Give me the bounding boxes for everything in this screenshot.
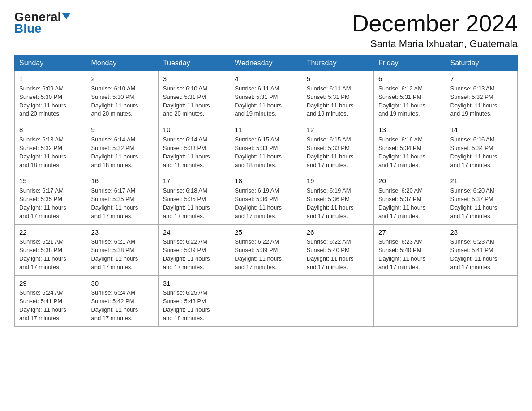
day-number: 12 xyxy=(307,125,369,135)
day-number: 14 xyxy=(450,125,513,135)
calendar-cell: 18Sunrise: 6:19 AMSunset: 5:36 PMDayligh… xyxy=(230,173,302,224)
page-header: General Blue December 2024 Santa Maria I… xyxy=(14,11,518,50)
weekday-header-thursday: Thursday xyxy=(302,56,373,71)
calendar-cell: 11Sunrise: 6:15 AMSunset: 5:33 PMDayligh… xyxy=(230,122,302,173)
calendar-cell: 20Sunrise: 6:20 AMSunset: 5:37 PMDayligh… xyxy=(374,173,446,224)
day-info: Sunrise: 6:17 AMSunset: 5:35 PMDaylight:… xyxy=(19,187,66,219)
logo: General Blue xyxy=(14,11,70,36)
calendar-cell: 23Sunrise: 6:21 AMSunset: 5:38 PMDayligh… xyxy=(86,224,158,275)
day-info: Sunrise: 6:20 AMSunset: 5:37 PMDaylight:… xyxy=(378,187,425,219)
weekday-header-monday: Monday xyxy=(86,56,158,71)
weekday-header-friday: Friday xyxy=(374,56,446,71)
day-number: 18 xyxy=(235,176,297,186)
day-info: Sunrise: 6:13 AMSunset: 5:32 PMDaylight:… xyxy=(19,136,66,168)
day-number: 26 xyxy=(307,227,369,237)
day-info: Sunrise: 6:13 AMSunset: 5:32 PMDaylight:… xyxy=(450,85,498,117)
day-info: Sunrise: 6:21 AMSunset: 5:38 PMDaylight:… xyxy=(19,238,66,270)
calendar-cell xyxy=(374,275,446,326)
calendar-week-row: 8Sunrise: 6:13 AMSunset: 5:32 PMDaylight… xyxy=(15,122,518,173)
day-number: 4 xyxy=(235,74,297,84)
calendar-cell: 19Sunrise: 6:19 AMSunset: 5:36 PMDayligh… xyxy=(302,173,373,224)
day-info: Sunrise: 6:12 AMSunset: 5:31 PMDaylight:… xyxy=(378,85,425,117)
day-info: Sunrise: 6:10 AMSunset: 5:30 PMDaylight:… xyxy=(91,85,138,117)
calendar-cell: 7Sunrise: 6:13 AMSunset: 5:32 PMDaylight… xyxy=(446,71,517,122)
calendar-week-row: 1Sunrise: 6:09 AMSunset: 5:30 PMDaylight… xyxy=(15,71,518,122)
day-number: 23 xyxy=(91,227,153,237)
calendar-cell: 17Sunrise: 6:18 AMSunset: 5:35 PMDayligh… xyxy=(158,173,230,224)
day-number: 19 xyxy=(307,176,369,186)
calendar-cell: 26Sunrise: 6:22 AMSunset: 5:40 PMDayligh… xyxy=(302,224,373,275)
day-info: Sunrise: 6:14 AMSunset: 5:32 PMDaylight:… xyxy=(91,136,138,168)
day-info: Sunrise: 6:15 AMSunset: 5:33 PMDaylight:… xyxy=(307,136,354,168)
day-info: Sunrise: 6:24 AMSunset: 5:42 PMDaylight:… xyxy=(91,289,138,321)
day-info: Sunrise: 6:11 AMSunset: 5:31 PMDaylight:… xyxy=(307,85,354,117)
calendar-cell: 25Sunrise: 6:22 AMSunset: 5:39 PMDayligh… xyxy=(230,224,302,275)
month-title: December 2024 xyxy=(352,11,518,36)
calendar-cell: 21Sunrise: 6:20 AMSunset: 5:37 PMDayligh… xyxy=(446,173,517,224)
calendar-cell: 14Sunrise: 6:16 AMSunset: 5:34 PMDayligh… xyxy=(446,122,517,173)
calendar-cell: 13Sunrise: 6:16 AMSunset: 5:34 PMDayligh… xyxy=(374,122,446,173)
day-info: Sunrise: 6:18 AMSunset: 5:35 PMDaylight:… xyxy=(163,187,210,219)
calendar-cell: 5Sunrise: 6:11 AMSunset: 5:31 PMDaylight… xyxy=(302,71,373,122)
calendar-cell: 12Sunrise: 6:15 AMSunset: 5:33 PMDayligh… xyxy=(302,122,373,173)
day-info: Sunrise: 6:17 AMSunset: 5:35 PMDaylight:… xyxy=(91,187,138,219)
day-info: Sunrise: 6:24 AMSunset: 5:41 PMDaylight:… xyxy=(19,289,66,321)
day-number: 8 xyxy=(19,125,82,135)
day-info: Sunrise: 6:21 AMSunset: 5:38 PMDaylight:… xyxy=(91,238,138,270)
calendar-week-row: 29Sunrise: 6:24 AMSunset: 5:41 PMDayligh… xyxy=(15,275,518,326)
calendar-week-row: 15Sunrise: 6:17 AMSunset: 5:35 PMDayligh… xyxy=(15,173,518,224)
day-info: Sunrise: 6:20 AMSunset: 5:37 PMDaylight:… xyxy=(450,187,498,219)
day-number: 11 xyxy=(235,125,297,135)
day-info: Sunrise: 6:22 AMSunset: 5:39 PMDaylight:… xyxy=(235,238,282,270)
calendar-cell: 3Sunrise: 6:10 AMSunset: 5:31 PMDaylight… xyxy=(158,71,230,122)
day-info: Sunrise: 6:15 AMSunset: 5:33 PMDaylight:… xyxy=(235,136,282,168)
calendar-cell: 1Sunrise: 6:09 AMSunset: 5:30 PMDaylight… xyxy=(15,71,86,122)
day-info: Sunrise: 6:25 AMSunset: 5:43 PMDaylight:… xyxy=(163,289,210,321)
day-info: Sunrise: 6:22 AMSunset: 5:39 PMDaylight:… xyxy=(163,238,210,270)
day-number: 13 xyxy=(378,125,441,135)
day-number: 25 xyxy=(235,227,297,237)
weekday-header-wednesday: Wednesday xyxy=(230,56,302,71)
calendar-cell: 16Sunrise: 6:17 AMSunset: 5:35 PMDayligh… xyxy=(86,173,158,224)
day-number: 15 xyxy=(19,176,82,186)
day-number: 2 xyxy=(91,74,153,84)
day-info: Sunrise: 6:09 AMSunset: 5:30 PMDaylight:… xyxy=(19,85,66,117)
day-number: 3 xyxy=(163,74,225,84)
calendar-cell xyxy=(446,275,517,326)
day-number: 20 xyxy=(378,176,441,186)
calendar-week-row: 22Sunrise: 6:21 AMSunset: 5:38 PMDayligh… xyxy=(15,224,518,275)
day-info: Sunrise: 6:19 AMSunset: 5:36 PMDaylight:… xyxy=(307,187,354,219)
weekday-header-sunday: Sunday xyxy=(15,56,86,71)
calendar-cell: 30Sunrise: 6:24 AMSunset: 5:42 PMDayligh… xyxy=(86,275,158,326)
day-number: 6 xyxy=(378,74,441,84)
day-number: 30 xyxy=(91,278,153,288)
calendar-cell: 22Sunrise: 6:21 AMSunset: 5:38 PMDayligh… xyxy=(15,224,86,275)
day-info: Sunrise: 6:16 AMSunset: 5:34 PMDaylight:… xyxy=(378,136,425,168)
calendar-cell: 27Sunrise: 6:23 AMSunset: 5:40 PMDayligh… xyxy=(374,224,446,275)
calendar-cell: 24Sunrise: 6:22 AMSunset: 5:39 PMDayligh… xyxy=(158,224,230,275)
calendar-cell: 4Sunrise: 6:11 AMSunset: 5:31 PMDaylight… xyxy=(230,71,302,122)
calendar-cell: 29Sunrise: 6:24 AMSunset: 5:41 PMDayligh… xyxy=(15,275,86,326)
weekday-header-tuesday: Tuesday xyxy=(158,56,230,71)
day-info: Sunrise: 6:23 AMSunset: 5:40 PMDaylight:… xyxy=(378,238,425,270)
day-number: 29 xyxy=(19,278,82,288)
day-number: 10 xyxy=(163,125,225,135)
title-block: December 2024 Santa Maria Ixhuatan, Guat… xyxy=(352,11,518,50)
day-number: 28 xyxy=(450,227,513,237)
day-info: Sunrise: 6:16 AMSunset: 5:34 PMDaylight:… xyxy=(450,136,498,168)
calendar-cell: 2Sunrise: 6:10 AMSunset: 5:30 PMDaylight… xyxy=(86,71,158,122)
calendar-cell xyxy=(302,275,373,326)
day-number: 1 xyxy=(19,74,82,84)
day-number: 7 xyxy=(450,74,513,84)
day-number: 21 xyxy=(450,176,513,186)
location-title: Santa Maria Ixhuatan, Guatemala xyxy=(352,38,518,50)
day-info: Sunrise: 6:22 AMSunset: 5:40 PMDaylight:… xyxy=(307,238,354,270)
day-info: Sunrise: 6:11 AMSunset: 5:31 PMDaylight:… xyxy=(235,85,282,117)
calendar-cell: 28Sunrise: 6:23 AMSunset: 5:41 PMDayligh… xyxy=(446,224,517,275)
calendar-cell: 6Sunrise: 6:12 AMSunset: 5:31 PMDaylight… xyxy=(374,71,446,122)
day-info: Sunrise: 6:19 AMSunset: 5:36 PMDaylight:… xyxy=(235,187,282,219)
calendar-cell: 9Sunrise: 6:14 AMSunset: 5:32 PMDaylight… xyxy=(86,122,158,173)
day-number: 31 xyxy=(163,278,225,288)
calendar-cell xyxy=(230,275,302,326)
day-number: 5 xyxy=(307,74,369,84)
